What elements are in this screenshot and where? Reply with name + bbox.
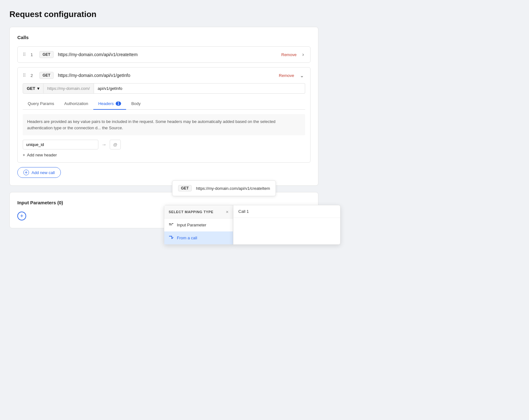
- path-input[interactable]: [94, 83, 305, 94]
- tab-headers[interactable]: Headers 1: [93, 98, 126, 110]
- headers-info: Headers are provided as key value pairs …: [23, 114, 305, 135]
- call-number-1: 1: [31, 52, 35, 57]
- method-select-chevron: ▾: [37, 86, 39, 91]
- svg-rect-1: [169, 225, 172, 225]
- header-value-trigger[interactable]: @: [110, 140, 121, 149]
- add-call-circle-icon: +: [23, 170, 29, 175]
- mapping-item-from-call[interactable]: From a call: [164, 231, 233, 244]
- call-method-2: GET: [39, 72, 54, 79]
- call-row-2: ⠿ 2 GET https://my-domain.com/api/v1/get…: [17, 67, 311, 163]
- input-params-title: Input Parameters (0): [17, 200, 311, 205]
- add-param-circle-icon[interactable]: +: [17, 212, 26, 220]
- page-title: Request configuration: [9, 9, 318, 19]
- svg-rect-0: [169, 223, 171, 224]
- calls-section-title: Calls: [17, 35, 311, 40]
- mapping-panel: SELECT MAPPING TYPE × Input Parameter: [164, 205, 233, 245]
- url-builder: GET ▾ https://my-domain.com/: [23, 83, 305, 94]
- add-call-label: Add new call: [32, 170, 55, 175]
- call-tabs: Query Params Authorization Headers 1 Bod…: [23, 98, 305, 110]
- call-row-1: ⠿ 1 GET https://my-domain.com/api/v1/cre…: [17, 46, 311, 63]
- add-header-label: Add new header: [27, 153, 57, 157]
- drag-handle-2[interactable]: ⠿: [23, 73, 26, 78]
- remove-call-2[interactable]: Remove: [279, 73, 294, 78]
- at-symbol: @: [113, 142, 117, 147]
- call-panel-item-1-label: Call 1: [238, 209, 249, 214]
- input-parameter-icon: [169, 222, 174, 228]
- tooltip-box: GET https://my-domain.com/api/v1/createI…: [172, 180, 276, 196]
- call-panel-item-1[interactable]: Call 1: [233, 205, 340, 218]
- call-method-1: GET: [39, 51, 54, 58]
- add-header-plus: +: [23, 153, 25, 157]
- header-row: → @: [23, 140, 305, 149]
- mapping-item-input-parameter[interactable]: Input Parameter: [164, 219, 233, 231]
- call-url-1: https://my-domain.com/api/v1/createItem: [58, 52, 277, 57]
- drag-handle-1[interactable]: ⠿: [23, 52, 26, 57]
- header-key-input[interactable]: [23, 140, 98, 149]
- headers-badge: 1: [116, 102, 121, 106]
- tooltip-method: GET: [178, 185, 192, 191]
- call-url-2: https://my-domain.com/api/v1/getInfo: [58, 73, 275, 78]
- method-select[interactable]: GET ▾: [23, 83, 44, 94]
- remove-call-1[interactable]: Remove: [281, 52, 296, 57]
- input-parameter-label: Input Parameter: [177, 223, 206, 227]
- add-header-button[interactable]: + Add new header: [23, 153, 57, 157]
- mapping-close-button[interactable]: ×: [226, 209, 229, 214]
- method-select-value: GET: [27, 86, 35, 91]
- expand-call-1[interactable]: ›: [301, 52, 305, 57]
- base-url-display: https://my-domain.com/: [44, 83, 94, 94]
- tab-body[interactable]: Body: [126, 98, 146, 110]
- call-header-2: ⠿ 2 GET https://my-domain.com/api/v1/get…: [18, 67, 310, 83]
- svg-rect-2: [171, 223, 173, 224]
- call-panel: Call 1: [233, 205, 340, 245]
- mapping-type-label: SELECT MAPPING TYPE: [169, 210, 213, 214]
- add-call-button[interactable]: + Add new call: [17, 167, 61, 178]
- call-number-2: 2: [31, 73, 35, 78]
- mapping-header: SELECT MAPPING TYPE ×: [164, 205, 233, 219]
- tab-query-params[interactable]: Query Params: [23, 98, 59, 110]
- from-call-icon: [169, 235, 174, 241]
- dropdown-container: SELECT MAPPING TYPE × Input Parameter: [164, 205, 340, 245]
- calls-section: Calls ⠿ 1 GET https://my-domain.com/api/…: [9, 27, 318, 186]
- arrow-icon: →: [102, 142, 107, 148]
- tooltip-url: https://my-domain.com/api/v1/createItem: [196, 186, 270, 191]
- tab-authorization[interactable]: Authorization: [59, 98, 93, 110]
- from-call-label: From a call: [177, 236, 197, 240]
- collapse-call-2[interactable]: ⌄: [299, 73, 305, 79]
